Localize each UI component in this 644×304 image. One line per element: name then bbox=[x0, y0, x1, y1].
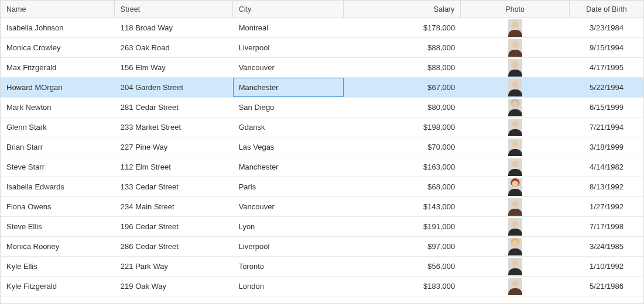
cell-photo[interactable] bbox=[461, 78, 570, 97]
table-row[interactable]: Monica Crowley263 Oak RoadLiverpool$88,0… bbox=[1, 38, 643, 58]
cell-photo[interactable] bbox=[461, 237, 570, 256]
table-row[interactable]: Max Fitzgerald156 Elm WayVancouver$88,00… bbox=[1, 58, 643, 78]
cell-name[interactable]: Kyle Fitzgerald bbox=[1, 277, 115, 296]
cell-photo[interactable] bbox=[461, 18, 570, 37]
cell-city[interactable]: Toronto bbox=[233, 257, 344, 276]
cell-salary[interactable]: $70,000 bbox=[344, 137, 461, 157]
cell-dob[interactable]: 9/15/1994 bbox=[570, 38, 643, 57]
cell-photo[interactable] bbox=[461, 217, 570, 236]
cell-street[interactable]: 156 Elm Way bbox=[115, 58, 233, 77]
table-row[interactable]: Howard MOrgan204 Garden StreetManchester… bbox=[1, 78, 643, 98]
table-row[interactable]: Fiona Owens234 Main StreetVancouver$143,… bbox=[1, 197, 643, 217]
cell-city[interactable]: San Diego bbox=[233, 98, 344, 117]
cell-salary[interactable]: $183,000 bbox=[344, 277, 461, 296]
column-header-salary[interactable]: Salary bbox=[344, 1, 461, 18]
cell-dob[interactable]: 5/22/1994 bbox=[570, 78, 643, 97]
cell-street[interactable]: 118 Broad Way bbox=[115, 18, 233, 37]
cell-street[interactable]: 204 Garden Street bbox=[115, 78, 233, 97]
cell-street[interactable]: 133 Cedar Street bbox=[115, 177, 233, 196]
cell-photo[interactable] bbox=[461, 137, 570, 157]
cell-street[interactable]: 227 Pine Way bbox=[115, 137, 233, 157]
cell-name[interactable]: Isabella Edwards bbox=[1, 177, 115, 196]
grid-body[interactable]: Isabella Johnson118 Broad WayMontreal$17… bbox=[1, 18, 643, 303]
cell-name[interactable]: Glenn Stark bbox=[1, 118, 115, 137]
column-header-dob[interactable]: Date of Birth bbox=[570, 1, 643, 18]
column-header-name[interactable]: Name bbox=[1, 1, 115, 18]
column-header-street[interactable]: Street bbox=[115, 1, 233, 18]
cell-dob[interactable]: 7/21/1994 bbox=[570, 118, 643, 137]
table-row[interactable]: Kyle Fitzgerald219 Oak WayLondon$183,000… bbox=[1, 277, 643, 296]
cell-salary[interactable]: $88,000 bbox=[344, 38, 461, 57]
cell-photo[interactable] bbox=[461, 157, 570, 177]
cell-dob[interactable]: 3/23/1984 bbox=[570, 18, 643, 37]
table-row[interactable]: Kyle Ellis221 Park WayToronto$56,0001/10… bbox=[1, 257, 643, 277]
cell-city[interactable]: Manchester bbox=[233, 78, 344, 97]
column-header-photo[interactable]: Photo bbox=[461, 1, 570, 18]
cell-city[interactable]: Paris bbox=[233, 177, 344, 196]
table-row[interactable]: Mark Newton281 Cedar StreetSan Diego$80,… bbox=[1, 98, 643, 118]
cell-dob[interactable]: 7/17/1998 bbox=[570, 217, 643, 236]
cell-city[interactable]: Gdansk bbox=[233, 118, 344, 137]
cell-photo[interactable] bbox=[461, 277, 570, 296]
data-grid[interactable]: Name Street City Salary Photo Date of Bi… bbox=[0, 0, 644, 304]
cell-dob[interactable]: 1/27/1992 bbox=[570, 197, 643, 216]
cell-street[interactable]: 281 Cedar Street bbox=[115, 98, 233, 117]
table-row[interactable]: Glenn Stark233 Market StreetGdansk$198,0… bbox=[1, 118, 643, 137]
cell-street[interactable]: 233 Market Street bbox=[115, 118, 233, 137]
column-header-city[interactable]: City bbox=[233, 1, 344, 18]
cell-photo[interactable] bbox=[461, 197, 570, 216]
table-row[interactable]: Steve Starr112 Elm StreetManchester$163,… bbox=[1, 157, 643, 177]
cell-salary[interactable]: $143,000 bbox=[344, 197, 461, 216]
cell-dob[interactable]: 3/18/1999 bbox=[570, 137, 643, 157]
cell-street[interactable]: 196 Cedar Street bbox=[115, 217, 233, 236]
cell-city[interactable]: Manchester bbox=[233, 157, 344, 177]
cell-salary[interactable]: $88,000 bbox=[344, 58, 461, 77]
cell-name[interactable]: Monica Crowley bbox=[1, 38, 115, 57]
cell-city[interactable]: Vancouver bbox=[233, 197, 344, 216]
cell-dob[interactable]: 6/15/1999 bbox=[570, 98, 643, 117]
cell-salary[interactable]: $198,000 bbox=[344, 118, 461, 137]
cell-dob[interactable]: 3/24/1985 bbox=[570, 237, 643, 256]
cell-name[interactable]: Max Fitzgerald bbox=[1, 58, 115, 77]
cell-street[interactable]: 263 Oak Road bbox=[115, 38, 233, 57]
cell-city[interactable]: Liverpool bbox=[233, 237, 344, 256]
cell-street[interactable]: 234 Main Street bbox=[115, 197, 233, 216]
cell-photo[interactable] bbox=[461, 177, 570, 196]
cell-salary[interactable]: $191,000 bbox=[344, 217, 461, 236]
cell-city[interactable]: Montreal bbox=[233, 18, 344, 37]
cell-salary[interactable]: $68,000 bbox=[344, 177, 461, 196]
cell-photo[interactable] bbox=[461, 38, 570, 57]
cell-city[interactable]: Lyon bbox=[233, 217, 344, 236]
cell-salary[interactable]: $56,000 bbox=[344, 257, 461, 276]
cell-city[interactable]: Liverpool bbox=[233, 38, 344, 57]
cell-name[interactable]: Kyle Ellis bbox=[1, 257, 115, 276]
cell-dob[interactable]: 4/14/1982 bbox=[570, 157, 643, 177]
cell-photo[interactable] bbox=[461, 118, 570, 137]
cell-city[interactable]: Las Vegas bbox=[233, 137, 344, 157]
cell-photo[interactable] bbox=[461, 58, 570, 77]
cell-city[interactable]: Vancouver bbox=[233, 58, 344, 77]
cell-name[interactable]: Brian Starr bbox=[1, 137, 115, 157]
cell-name[interactable]: Howard MOrgan bbox=[1, 78, 115, 97]
cell-name[interactable]: Monica Rooney bbox=[1, 237, 115, 256]
cell-name[interactable]: Isabella Johnson bbox=[1, 18, 115, 37]
cell-photo[interactable] bbox=[461, 257, 570, 276]
cell-salary[interactable]: $178,000 bbox=[344, 18, 461, 37]
table-row[interactable]: Isabella Johnson118 Broad WayMontreal$17… bbox=[1, 18, 643, 38]
cell-street[interactable]: 286 Cedar Street bbox=[115, 237, 233, 256]
table-row[interactable]: Monica Rooney286 Cedar StreetLiverpool$9… bbox=[1, 237, 643, 257]
cell-street[interactable]: 112 Elm Street bbox=[115, 157, 233, 177]
cell-dob[interactable]: 8/13/1992 bbox=[570, 177, 643, 196]
cell-name[interactable]: Steve Starr bbox=[1, 157, 115, 177]
cell-photo[interactable] bbox=[461, 98, 570, 117]
cell-salary[interactable]: $163,000 bbox=[344, 157, 461, 177]
cell-dob[interactable]: 5/21/1986 bbox=[570, 277, 643, 296]
table-row[interactable]: Steve Ellis196 Cedar StreetLyon$191,0007… bbox=[1, 217, 643, 237]
cell-city[interactable]: London bbox=[233, 277, 344, 296]
table-row[interactable]: Isabella Edwards133 Cedar StreetParis$68… bbox=[1, 177, 643, 197]
cell-name[interactable]: Steve Ellis bbox=[1, 217, 115, 236]
cell-dob[interactable]: 4/17/1995 bbox=[570, 58, 643, 77]
cell-salary[interactable]: $97,000 bbox=[344, 237, 461, 256]
cell-street[interactable]: 219 Oak Way bbox=[115, 277, 233, 296]
cell-dob[interactable]: 1/10/1992 bbox=[570, 257, 643, 276]
